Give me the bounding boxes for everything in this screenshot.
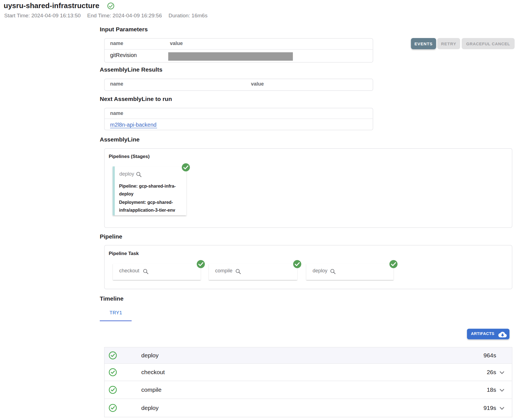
svg-text:deploy: deploy	[312, 268, 327, 273]
svg-text:Pipelines (Stages): Pipelines (Stages)	[109, 154, 150, 159]
svg-text:AssemblyLine Results: AssemblyLine Results	[100, 66, 162, 73]
svg-text:compile: compile	[141, 386, 162, 393]
svg-text:18s: 18s	[487, 386, 496, 393]
svg-text:919s: 919s	[483, 405, 496, 411]
svg-text:Deployment: gcp-shared-: Deployment: gcp-shared-	[119, 200, 173, 205]
svg-text:m2l8n-api-backend: m2l8n-api-backend	[110, 122, 156, 128]
svg-text:name: name	[110, 41, 123, 46]
svg-text:Input Parameters: Input Parameters	[100, 26, 148, 32]
svg-text:checkout: checkout	[119, 268, 139, 273]
svg-text:TRY1: TRY1	[110, 310, 122, 315]
svg-text:gitRevision: gitRevision	[110, 52, 137, 58]
svg-text:964s: 964s	[483, 352, 496, 358]
svg-text:name: name	[110, 81, 123, 87]
svg-text:name: name	[110, 110, 123, 116]
svg-text:deploy: deploy	[119, 192, 134, 196]
svg-text:Next AssemblyLine to run: Next AssemblyLine to run	[100, 96, 172, 102]
svg-text:EVENTS: EVENTS	[414, 42, 433, 46]
svg-text:RETRY: RETRY	[441, 42, 456, 46]
svg-text:ARTIFACTS: ARTIFACTS	[471, 331, 494, 336]
svg-text:value: value	[170, 41, 183, 46]
svg-text:26s: 26s	[487, 369, 496, 375]
svg-text:infra/application-3-tier-env: infra/application-3-tier-env	[119, 208, 175, 213]
svg-text:uysru-shared-infrastructure: uysru-shared-infrastructure	[4, 1, 99, 10]
svg-text:deploy: deploy	[141, 405, 159, 411]
svg-text:AssemblyLine: AssemblyLine	[100, 136, 139, 143]
svg-text:End Time: 2024-04-09 16:29:56: End Time: 2024-04-09 16:29:56	[87, 13, 162, 18]
svg-text:Duration: 16m6s: Duration: 16m6s	[169, 13, 207, 18]
svg-text:Pipeline: gcp-shared-infra-: Pipeline: gcp-shared-infra-	[119, 184, 176, 188]
svg-text:Timeline: Timeline	[100, 295, 124, 302]
svg-text:Pipeline Task: Pipeline Task	[109, 251, 139, 256]
svg-text:Pipeline: Pipeline	[100, 233, 122, 240]
svg-text:GRACEFUL CANCEL: GRACEFUL CANCEL	[466, 42, 510, 46]
svg-text:Start Time: 2024-04-09 16:13:5: Start Time: 2024-04-09 16:13:50	[4, 13, 81, 18]
svg-text:deploy: deploy	[119, 171, 134, 177]
svg-text:deploy: deploy	[141, 352, 159, 358]
svg-text:value: value	[251, 81, 264, 87]
svg-text:checkout: checkout	[141, 369, 165, 375]
svg-text:compile: compile	[215, 268, 233, 273]
